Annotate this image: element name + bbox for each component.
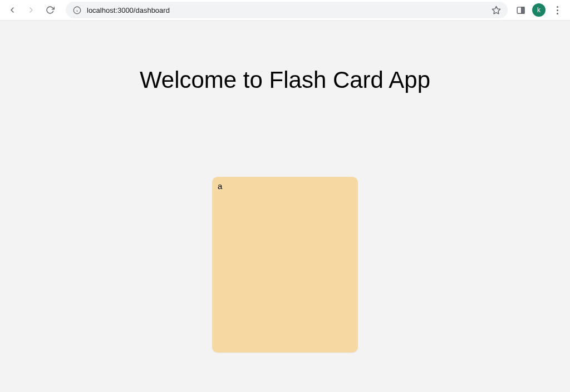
- svg-marker-3: [492, 6, 500, 13]
- flash-card-text: a: [218, 181, 222, 191]
- profile-avatar[interactable]: k: [532, 3, 546, 17]
- address-bar[interactable]: localhost:3000/dashboard: [66, 2, 508, 18]
- bookmark-star-icon[interactable]: [491, 5, 501, 15]
- browser-toolbar: localhost:3000/dashboard k: [0, 0, 570, 20]
- side-panel-icon[interactable]: [515, 5, 525, 15]
- svg-rect-6: [521, 7, 524, 13]
- toolbar-right: k: [515, 3, 566, 17]
- page-content: Welcome to Flash Card App a: [0, 20, 570, 392]
- back-button[interactable]: [4, 2, 20, 18]
- flash-card[interactable]: a: [212, 177, 358, 353]
- reload-button[interactable]: [42, 2, 58, 18]
- forward-button[interactable]: [23, 2, 39, 18]
- browser-menu-icon[interactable]: [552, 5, 562, 15]
- avatar-letter: k: [537, 6, 540, 14]
- site-info-icon[interactable]: [72, 6, 81, 14]
- url-text: localhost:3000/dashboard: [87, 6, 485, 14]
- page-title: Welcome to Flash Card App: [0, 67, 570, 93]
